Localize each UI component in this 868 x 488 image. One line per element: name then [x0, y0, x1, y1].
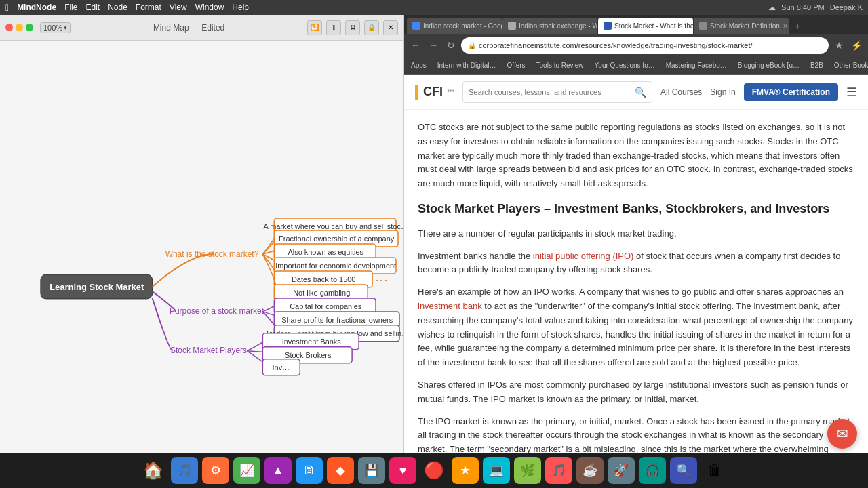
dock-icon-3[interactable]: 📈 [233, 457, 260, 484]
branch1-child1: A market where you can buy and sell stoc… [263, 222, 403, 230]
browser-tab-2[interactable]: Indian stock exchange - Wiki… ✕ [502, 18, 597, 34]
bookmark-mastering[interactable]: Mastering Facebo… [663, 60, 730, 70]
hamburger-menu[interactable]: ☰ [846, 85, 857, 100]
dock-icon-9[interactable]: ★ [452, 457, 479, 484]
settings-button[interactable]: ⚙ [345, 20, 360, 35]
fmva-cta-button[interactable]: FMVA® Certification [744, 83, 838, 101]
cfi-search-box[interactable]: 🔍 [462, 81, 652, 103]
bookmark-blogging[interactable]: Blogging eBook [u… [735, 60, 802, 70]
dock-icon-13[interactable]: ☕ [576, 457, 604, 484]
logo-bar [415, 85, 418, 100]
menu-window[interactable]: Window [195, 3, 224, 12]
dock-icon-15[interactable]: 🎧 [639, 457, 666, 484]
menu-view[interactable]: View [170, 3, 187, 12]
menu-file[interactable]: File [64, 3, 77, 12]
dock-finder[interactable]: 🏠 [140, 457, 167, 484]
branch3-child2: Stock Brokers [285, 351, 332, 359]
bookmark-intern[interactable]: Intern with Digital… [435, 60, 499, 70]
lock-button[interactable]: 🔒 [364, 20, 379, 35]
bookmark-questions[interactable]: Your Questions fo… [592, 60, 658, 70]
bookmark-tools[interactable]: Tools to Review [534, 60, 587, 70]
branch2-child1: Capital for companies [290, 302, 362, 310]
dock-icon-1[interactable]: 🎵 [171, 457, 198, 484]
dock-icon-4[interactable]: ▲ [264, 457, 292, 484]
branch1-label: What is the stock market? [165, 249, 259, 259]
new-tab-button[interactable]: + [789, 19, 806, 34]
investment-bank-link[interactable]: investment bank [418, 301, 482, 311]
refresh-button[interactable]: ↻ [443, 38, 458, 53]
share-button[interactable]: 🔁 [307, 20, 322, 35]
tab-close-4[interactable]: ✕ [783, 22, 788, 30]
extensions-button[interactable]: ⚡ [849, 38, 864, 53]
bookmark-b2b[interactable]: B2B [808, 60, 826, 70]
tab-favicon-2 [508, 22, 516, 30]
mindnode-toolbar: 100% ▾ Mind Map — Edited 🔁 ⇪ ⚙ 🔒 ✕ [0, 15, 403, 41]
dock-icon-2[interactable]: ⚙ [202, 457, 229, 484]
sign-in-link[interactable]: Sign In [710, 87, 735, 97]
browser-tab-bar: Indian stock market - Google… ✕ Indian s… [404, 15, 868, 34]
address-bar[interactable]: 🔒 corporatefinanceinstitute.com/resource… [461, 37, 829, 54]
mindmap-svg: Learning Stock Market What is the stock … [0, 41, 403, 488]
dock-icon-12[interactable]: 🎵 [545, 457, 572, 484]
apple-menu[interactable]:  [5, 2, 9, 13]
browser-chrome: Indian stock market - Google… ✕ Indian s… [404, 15, 868, 75]
tab-favicon-4 [699, 22, 707, 30]
branch1-child4: Important for economic development [275, 262, 396, 270]
zoom-dropdown-icon[interactable]: ▾ [64, 24, 67, 31]
branch2-label: Purpose of a stock market [170, 306, 264, 316]
dock-icon-10[interactable]: 💻 [483, 457, 510, 484]
browser-tab-3[interactable]: Stock Market - What is the S… ✕ [598, 18, 693, 34]
menu-help[interactable]: Help [232, 3, 249, 12]
bookmarks-bar: Apps Intern with Digital… Offers Tools t… [404, 57, 868, 75]
zoom-control[interactable]: 100% ▾ [40, 22, 71, 33]
dock-icon-11[interactable]: 🌿 [514, 457, 541, 484]
maximize-button[interactable] [26, 24, 33, 31]
dock-icon-7[interactable]: 💾 [358, 457, 385, 484]
dock-icon-14[interactable]: 🚀 [608, 457, 635, 484]
branch3-child1: Investment Banks [282, 338, 342, 346]
section1-ipo-paragraph: Investment banks handle the initial publ… [418, 249, 854, 278]
export-button[interactable]: ⇪ [326, 20, 341, 35]
mac-menubar:  MindNode File Edit Node Format View Wi… [0, 0, 868, 15]
lock-icon: 🔒 [468, 42, 476, 49]
cfi-logo[interactable]: CFI ™ [415, 85, 454, 100]
otc-paragraph: OTC stocks are not subject to the same p… [418, 121, 854, 191]
minimize-button[interactable] [16, 24, 23, 31]
dock-icon-8[interactable]: ♥ [389, 457, 416, 484]
cfi-nav-links: All Courses Sign In [660, 87, 736, 97]
section1-p1-start: Investment banks handle the [418, 251, 533, 261]
bookmark-apps[interactable]: Apps [408, 60, 429, 70]
bookmark-star[interactable]: ★ [831, 38, 846, 53]
close-button[interactable] [5, 24, 13, 31]
chat-bubble-button[interactable]: ✉ [827, 419, 857, 449]
close-toolbar-btn[interactable]: ✕ [383, 20, 398, 35]
tab-favicon-1 [412, 22, 420, 30]
menu-edit[interactable]: Edit [85, 3, 100, 12]
dock-trash[interactable]: 🗑 [701, 457, 728, 484]
mindmap-area: Learning Stock Market What is the stock … [0, 41, 403, 488]
back-button[interactable]: ← [408, 38, 423, 53]
app-name: MindNode [17, 3, 56, 12]
ipo-link[interactable]: initial public offering (IPO) [533, 251, 634, 261]
dock-icon-6[interactable]: ◆ [327, 457, 354, 484]
branch3-child3: Inv… [272, 363, 290, 371]
search-icon[interactable]: 🔍 [635, 87, 646, 98]
dock-icon-16[interactable]: 🔍 [670, 457, 697, 484]
clock: Sun 8:40 PM [781, 3, 825, 12]
mindnode-panel: 100% ▾ Mind Map — Edited 🔁 ⇪ ⚙ 🔒 ✕ Learn… [0, 15, 404, 488]
article-content[interactable]: OTC stocks are not subject to the same p… [404, 110, 868, 488]
menu-format[interactable]: Format [136, 3, 161, 12]
bookmark-other[interactable]: Other Bookmarks [831, 60, 868, 70]
branch1-child3: Also known as equities [288, 248, 363, 256]
all-courses-link[interactable]: All Courses [660, 87, 702, 97]
menu-node[interactable]: Node [108, 3, 127, 12]
browser-tab-4[interactable]: Stock Market Definition ✕ [694, 18, 789, 34]
dock-icon-5[interactable]: 🖺 [296, 457, 323, 484]
cfi-search-input[interactable] [469, 88, 631, 96]
bookmark-offers[interactable]: Offers [505, 60, 528, 70]
section1-heading: Stock Market Players – Investment Banks,… [418, 199, 854, 219]
forward-button[interactable]: → [426, 38, 441, 53]
browser-tab-1[interactable]: Indian stock market - Google… ✕ [407, 18, 502, 34]
dock-chrome[interactable]: 🔴 [420, 457, 448, 484]
central-node-label: Learning Stock Market [50, 282, 144, 292]
